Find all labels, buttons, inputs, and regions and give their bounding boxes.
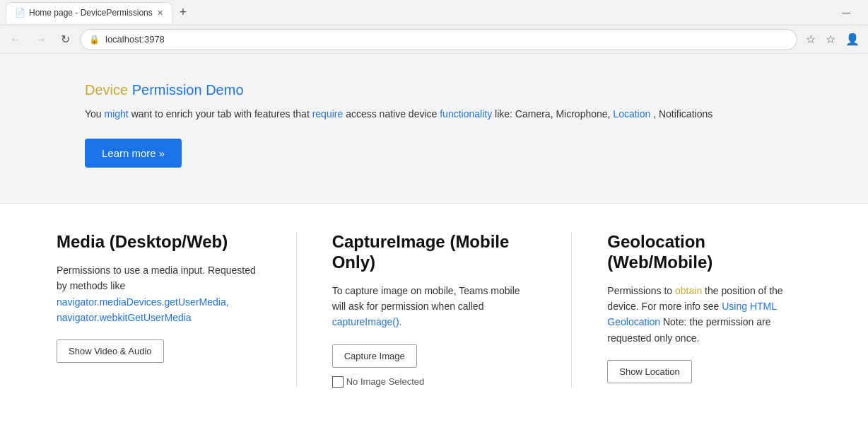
geolocation-card: Geolocation (Web/Mobile) Permissions to … [607, 232, 811, 388]
minimize-button[interactable]: — [830, 0, 862, 25]
lock-icon: 🔒 [89, 35, 100, 45]
hero-desc-functionality: functionality [440, 108, 495, 120]
collections-button[interactable]: ☆ [823, 30, 838, 49]
hero-desc-want: want to enrich your tab with features th… [131, 108, 312, 120]
new-tab-button[interactable]: + [175, 4, 192, 21]
hero-desc-location: Location [613, 108, 650, 120]
hero-desc-notif: , Notifications [653, 108, 712, 120]
learn-more-button[interactable]: Learn more » [85, 139, 182, 168]
geo-desc-plain1: Permissions to [607, 285, 675, 296]
show-location-button[interactable]: Show Location [607, 360, 691, 383]
address-text: localhost:3978 [105, 34, 788, 45]
tab-title: Home page - DevicePermissions [29, 8, 153, 18]
media-link-1[interactable]: navigator.mediaDevices.getUserMedia, [57, 296, 229, 308]
card-divider-2 [571, 232, 572, 388]
browser-toolbar: ← → ↻ 🔒 localhost:3978 ☆ ☆ 👤 [0, 25, 868, 54]
capture-card-title: CaptureImage (Mobile Only) [332, 232, 536, 273]
page-content: Device Permission Demo You might want to… [0, 54, 868, 416]
no-image-container: No Image Selected [332, 376, 536, 388]
hero-title: Device Permission Demo [85, 82, 811, 98]
toolbar-icons: ☆ ☆ 👤 [803, 30, 862, 49]
refresh-button[interactable]: ↻ [57, 30, 74, 49]
capture-desc-plain1: To capture image on mobile, Teams mobile… [332, 285, 520, 312]
capture-card-description: To capture image on mobile, Teams mobile… [332, 283, 536, 330]
media-link-2[interactable]: navigator.webkitGetUserMedia [57, 312, 192, 323]
tab-close-button[interactable]: ✕ [157, 8, 163, 18]
hero-desc-require: require [312, 108, 346, 120]
tab-favicon-icon: 📄 [15, 8, 25, 18]
hero-desc-might: might [105, 108, 131, 120]
media-desc-plain: Permissions to use a media input. Reques… [57, 265, 256, 291]
show-video-audio-button[interactable]: Show Video & Audio [57, 339, 164, 363]
no-image-text: No Image Selected [346, 376, 425, 387]
favorite-button[interactable]: ☆ [803, 30, 819, 49]
no-image-icon [332, 376, 344, 388]
address-bar[interactable]: 🔒 localhost:3978 [80, 29, 797, 50]
capture-image-link[interactable]: captureImage(). [332, 316, 402, 327]
capture-image-button[interactable]: Capture Image [332, 344, 417, 368]
geolocation-card-title: Geolocation (Web/Mobile) [607, 232, 811, 273]
profile-button[interactable]: 👤 [843, 30, 862, 49]
card-divider-1 [296, 232, 297, 388]
browser-tab[interactable]: 📄 Home page - DevicePermissions ✕ [6, 2, 172, 23]
cards-section: Media (Desktop/Web) Permissions to use a… [0, 204, 868, 416]
media-card-title: Media (Desktop/Web) [57, 232, 261, 252]
browser-titlebar: 📄 Home page - DevicePermissions ✕ + — [0, 0, 868, 25]
hero-desc-you: You [85, 108, 105, 120]
window-controls: — [830, 0, 862, 25]
geo-desc-obtain: obtain [675, 285, 705, 296]
hero-desc-access: access native device [346, 108, 440, 120]
media-card-description: Permissions to use a media input. Reques… [57, 262, 261, 326]
forward-button[interactable]: → [31, 30, 51, 49]
hero-title-permission: Permission Demo [132, 82, 244, 98]
hero-section: Device Permission Demo You might want to… [0, 54, 868, 204]
back-button[interactable]: ← [6, 30, 25, 49]
geolocation-card-description: Permissions to obtain the position of th… [607, 283, 811, 347]
hero-title-device: Device [85, 82, 132, 98]
hero-description: You might want to enrich your tab with f… [85, 107, 811, 122]
capture-card: CaptureImage (Mobile Only) To capture im… [332, 232, 536, 388]
media-card: Media (Desktop/Web) Permissions to use a… [57, 232, 261, 388]
hero-desc-like: like: Camera, Microphone, [495, 108, 613, 120]
